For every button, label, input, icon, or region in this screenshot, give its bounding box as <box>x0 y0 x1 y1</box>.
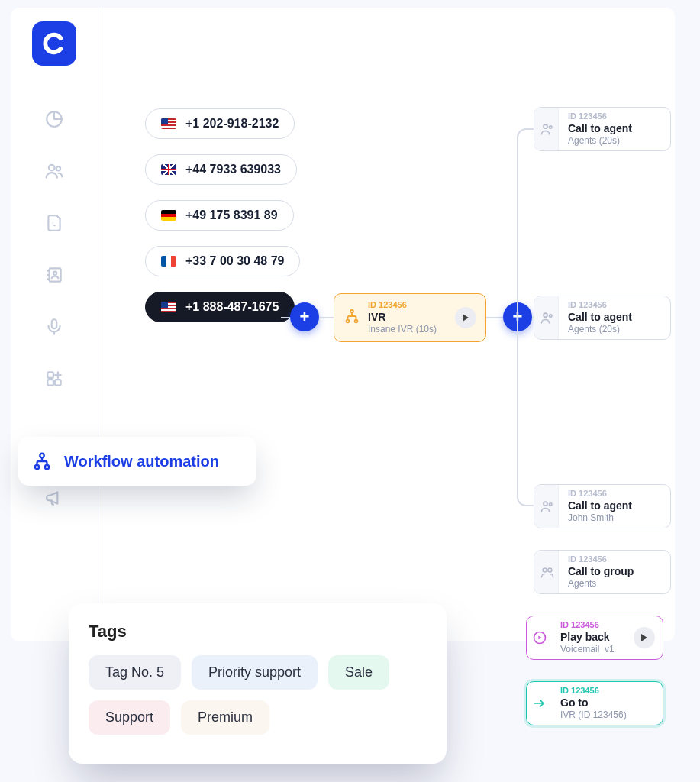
sidebar-item-workflow-automation[interactable]: Workflow automation <box>18 437 256 486</box>
workflow-active-label: Workflow automation <box>64 453 219 470</box>
goto-arrow-icon <box>527 682 551 725</box>
svg-point-18 <box>544 502 547 506</box>
add-step-button-left[interactable]: + <box>290 302 319 331</box>
flag-de-icon <box>161 210 176 221</box>
nav-directory[interactable] <box>44 264 65 286</box>
svg-point-15 <box>549 126 551 128</box>
svg-point-16 <box>544 313 547 317</box>
app-logo[interactable] <box>32 21 76 66</box>
svg-point-1 <box>56 166 60 170</box>
playback-play-button[interactable] <box>634 627 655 648</box>
svg-point-0 <box>49 165 55 171</box>
node-sub: Agents <box>568 578 663 590</box>
svg-rect-4 <box>52 319 57 328</box>
play-icon <box>640 633 649 642</box>
svg-point-3 <box>53 272 56 275</box>
ivr-id: ID 123456 <box>368 300 447 311</box>
svg-rect-6 <box>47 380 53 386</box>
tag-item[interactable]: Sale <box>328 655 389 690</box>
node-id: ID 123456 <box>560 620 626 631</box>
node-id: ID 123456 <box>568 300 663 311</box>
flag-fr-icon <box>161 256 176 267</box>
widgets-add-icon <box>44 369 64 389</box>
phone-number-text: +1 202-918-2132 <box>185 117 279 131</box>
nav-dashboard[interactable] <box>44 108 65 130</box>
tag-item[interactable]: Priority support <box>192 655 318 690</box>
ivr-subtitle: Insane IVR (10s) <box>368 324 447 335</box>
node-sub: Agents (20s) <box>568 324 663 335</box>
svg-rect-7 <box>55 380 61 386</box>
nav-calls[interactable] <box>44 212 65 234</box>
phone-number-fr[interactable]: +33 7 00 30 48 79 <box>145 246 300 276</box>
tag-item[interactable]: Tag No. 5 <box>89 655 181 690</box>
connector-line <box>281 317 290 318</box>
file-phone-icon <box>44 213 64 233</box>
ivr-title: IVR <box>368 311 447 325</box>
svg-point-14 <box>544 124 547 128</box>
microphone-icon <box>44 317 64 337</box>
phone-number-uk[interactable]: +44 7933 639033 <box>145 154 297 185</box>
agent-icon <box>534 296 559 339</box>
ivr-play-button[interactable] <box>455 307 476 328</box>
agent-icon <box>534 485 559 528</box>
flag-us-icon <box>161 118 176 129</box>
ivr-tree-icon <box>344 308 360 328</box>
connector-line <box>319 317 334 318</box>
nav-voice[interactable] <box>44 316 65 338</box>
svg-point-19 <box>549 503 551 506</box>
node-sub: John Smith <box>568 512 663 524</box>
nav-contacts[interactable] <box>44 160 65 182</box>
flag-uk-icon <box>161 164 176 175</box>
workflow-tree-icon <box>32 451 52 471</box>
playback-icon <box>527 616 551 659</box>
svg-point-21 <box>547 568 551 572</box>
svg-rect-5 <box>47 372 53 378</box>
phone-number-de[interactable]: +49 175 8391 89 <box>145 200 294 231</box>
ivr-body: ID 123456 IVR Insane IVR (10s) <box>368 300 447 335</box>
tag-item[interactable]: Premium <box>181 700 269 735</box>
node-id: ID 123456 <box>560 686 655 696</box>
node-title: Go to <box>560 696 655 710</box>
phone-number-us-2-selected[interactable]: +1 888-487-1675 <box>145 292 295 322</box>
address-book-icon <box>44 265 64 285</box>
node-call-to-agent-3[interactable]: ID 123456 Call to agent John Smith <box>534 484 671 528</box>
users-icon <box>44 161 64 181</box>
node-call-to-agent-2[interactable]: ID 123456 Call to agent Agents (20s) <box>534 296 671 340</box>
node-sub: IVR (ID 123456) <box>560 709 655 721</box>
phone-number-text: +49 175 8391 89 <box>185 208 278 222</box>
tag-item[interactable]: Support <box>89 700 170 735</box>
node-title: Call to agent <box>568 122 663 136</box>
megaphone-icon <box>44 488 64 508</box>
phone-number-text: +33 7 00 30 48 79 <box>185 254 284 268</box>
node-call-to-agent-1[interactable]: ID 123456 Call to agent Agents (20s) <box>534 107 671 151</box>
tags-panel-title: Tags <box>89 622 427 641</box>
flag-us-icon <box>161 302 176 312</box>
agent-icon <box>534 108 559 150</box>
phone-number-text: +44 7933 639033 <box>185 163 281 176</box>
svg-point-17 <box>549 315 551 317</box>
node-sub: Voicemail_v1 <box>560 644 626 655</box>
play-icon <box>461 313 470 322</box>
group-icon <box>534 551 559 593</box>
tags-panel: Tags Tag No. 5 Priority support Sale Sup… <box>69 603 447 764</box>
tags-list: Tag No. 5 Priority support Sale Support … <box>89 655 427 735</box>
node-title: Call to agent <box>568 311 663 325</box>
phone-number-text: +1 888-487-1675 <box>185 300 279 314</box>
nav-campaigns[interactable] <box>44 487 65 509</box>
node-id: ID 123456 <box>568 489 663 499</box>
connector-bracket <box>517 128 534 506</box>
phone-number-us-1[interactable]: +1 202-918-2132 <box>145 108 295 139</box>
ivr-node[interactable]: ID 123456 IVR Insane IVR (10s) <box>334 293 486 342</box>
node-title: Call to agent <box>568 499 663 513</box>
node-id: ID 123456 <box>568 554 663 565</box>
node-go-to[interactable]: ID 123456 Go to IVR (ID 123456) <box>526 681 663 725</box>
sidebar <box>11 8 98 641</box>
node-id: ID 123456 <box>568 111 663 122</box>
phone-number-list: +1 202-918-2132 +44 7933 639033 +49 175 … <box>145 108 300 322</box>
node-title: Play back <box>560 631 626 645</box>
node-title: Call to group <box>568 565 663 579</box>
node-play-back[interactable]: ID 123456 Play back Voicemail_v1 <box>526 616 663 660</box>
nav-widgets[interactable] <box>44 368 65 389</box>
svg-point-20 <box>543 568 547 572</box>
node-call-to-group[interactable]: ID 123456 Call to group Agents <box>534 550 671 594</box>
